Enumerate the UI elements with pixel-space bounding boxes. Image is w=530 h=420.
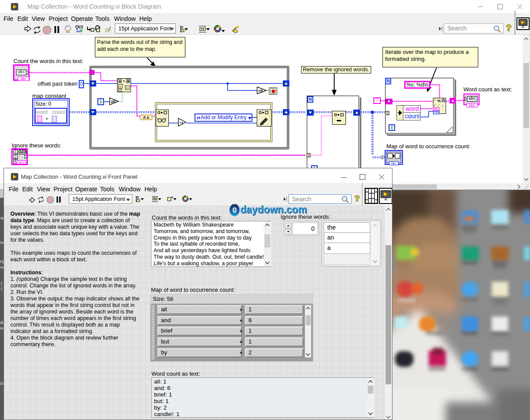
svg-text:B: B <box>127 80 129 83</box>
svg-text:<0: <0 <box>258 89 263 93</box>
svg-text:+: + <box>123 79 125 83</box>
svg-text:+: + <box>119 85 121 89</box>
svg-text:daydown.com: daydown.com <box>240 204 307 215</box>
svg-text:≠0: ≠0 <box>111 100 115 104</box>
svg-text:+: + <box>126 86 128 90</box>
svg-text:A: A <box>119 80 121 83</box>
svg-text:%: % <box>437 99 441 103</box>
svg-text:0: 0 <box>232 206 236 214</box>
svg-text:+1: +1 <box>180 121 184 125</box>
svg-text:!: ! <box>434 104 435 107</box>
svg-text:“”: “” <box>434 99 436 102</box>
svg-text:!: ! <box>442 104 443 107</box>
